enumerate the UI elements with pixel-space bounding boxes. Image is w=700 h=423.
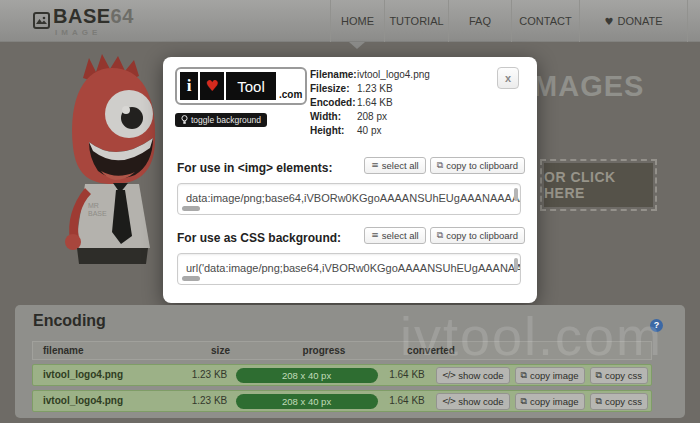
encoded-image-preview: i ♥ Tool .com — [175, 67, 307, 105]
detail-label: Encoded: — [310, 96, 357, 110]
nav-item-donate[interactable]: ♥DONATE — [579, 0, 688, 42]
top-nav-bar: BASE64 IMAGE HOME TUTORIAL FAQ CONTACT ♥… — [0, 0, 700, 42]
col-size: size — [193, 342, 248, 359]
preview-logo-heart-icon: ♥ — [200, 72, 224, 100]
detail-label: Height: — [310, 124, 357, 138]
mascot-hand — [65, 234, 81, 250]
copy-to-clipboard-button[interactable]: ⧉copy to clipboard — [430, 227, 525, 244]
image-logo-icon — [33, 12, 50, 29]
detail-value: 40 px — [357, 124, 381, 138]
encoding-panel: Encoding ? filename size progress conver… — [15, 305, 685, 418]
copy-icon: ⧉ — [596, 394, 602, 409]
preview-logo-i: i — [180, 72, 198, 100]
encoded-image-modal: i ♥ Tool .com toggle background Filename… — [163, 57, 537, 303]
css-base64-value[interactable]: url('data:image/png;base64,iVBORw0KGgoAA… — [178, 254, 520, 274]
copy-to-clipboard-button[interactable]: ⧉copy to clipboard — [430, 157, 525, 174]
table-row: ivtool_logo4.png 1.23 KB 208 x 40 px 1.6… — [32, 390, 652, 412]
table-header: filename size progress converted — [32, 341, 652, 360]
code-icon: </> — [442, 394, 455, 409]
table-row: ivtool_logo4.png 1.23 KB 208 x 40 px 1.6… — [32, 364, 652, 386]
select-all-button[interactable]: ≡select all — [364, 227, 426, 244]
copy-icon: ⧉ — [437, 158, 443, 173]
col-filename: filename — [33, 342, 193, 359]
css-base64-field[interactable]: url('data:image/png;base64,iVBORw0KGgoAA… — [177, 253, 521, 285]
logo-subtitle: IMAGE — [55, 28, 101, 37]
or-click-here-button[interactable]: OR CLICK HERE — [540, 159, 657, 211]
progress-bar: 208 x 40 px — [236, 368, 378, 383]
copy-icon: ⧉ — [596, 368, 602, 383]
page-heading: IMAGES — [524, 70, 644, 103]
select-all-icon: ≡ — [371, 158, 379, 173]
detail-value: ivtool_logo4.png — [357, 68, 430, 82]
horizontal-scrollbar[interactable] — [182, 276, 200, 281]
logo-title-accent: 64 — [111, 5, 134, 27]
toggle-background-button[interactable]: toggle background — [175, 113, 267, 127]
nav-item-contact[interactable]: CONTACT — [511, 0, 579, 42]
logo-title-main: BASE — [53, 5, 111, 27]
row-size: 1.23 KB — [184, 391, 236, 411]
row-converted: 1.64 KB — [378, 391, 436, 411]
progress-bar: 208 x 40 px — [236, 394, 378, 409]
row-size: 1.23 KB — [184, 365, 236, 385]
vertical-scrollbar[interactable] — [514, 188, 518, 201]
copy-css-button[interactable]: ⧉copy css — [590, 367, 648, 384]
code-icon: </> — [442, 368, 455, 383]
active-nav-caret — [349, 42, 365, 49]
img-base64-value[interactable]: data:image/png;base64,iVBORw0KGgoAAAANSU… — [178, 184, 520, 204]
copy-icon: ⧉ — [521, 394, 527, 409]
img-base64-field[interactable]: data:image/png;base64,iVBORw0KGgoAAAANSU… — [177, 183, 521, 215]
col-actions — [462, 342, 651, 359]
img-section-label: For use in <img> elements: — [177, 161, 332, 175]
detail-value: 1.64 KB — [357, 96, 393, 110]
lightbulb-icon — [181, 115, 188, 125]
row-converted: 1.64 KB — [378, 365, 436, 385]
detail-value: 208 px — [357, 110, 387, 124]
detail-value: 1.23 KB — [357, 82, 393, 96]
copy-image-button[interactable]: ⧉copy image — [515, 393, 585, 410]
modal-close-button[interactable]: x — [497, 67, 519, 89]
preview-logo-tool: Tool — [226, 72, 276, 100]
encoding-title: Encoding — [33, 312, 106, 330]
detail-label: Filesize: — [310, 82, 357, 96]
detail-label: Filename: — [310, 68, 357, 82]
donate-label: DONATE — [617, 15, 662, 27]
nav-item-faq[interactable]: FAQ — [448, 0, 511, 42]
close-icon: x — [505, 72, 511, 84]
nav-menu: HOME TUTORIAL FAQ CONTACT ♥DONATE — [330, 0, 688, 42]
horizontal-scrollbar[interactable] — [182, 206, 200, 211]
row-filename: ivtool_logo4.png — [33, 391, 184, 411]
detail-label: Width: — [310, 110, 357, 124]
mascot-eye-glint — [122, 106, 130, 114]
mascot-pants — [77, 248, 148, 264]
encoding-table: filename size progress converted ivtool_… — [32, 341, 652, 412]
copy-image-button[interactable]: ⧉copy image — [515, 367, 585, 384]
toggle-background-label: toggle background — [191, 113, 261, 127]
heart-icon: ♥ — [605, 16, 614, 27]
nav-item-home[interactable]: HOME — [330, 0, 384, 42]
show-code-button[interactable]: </>show code — [436, 367, 510, 384]
row-filename: ivtool_logo4.png — [33, 365, 184, 385]
question-mark-icon: ? — [654, 320, 660, 330]
image-details: Filename:ivtool_logo4.png Filesize:1.23 … — [310, 68, 430, 138]
img-section-buttons: ≡select all ⧉copy to clipboard — [364, 157, 525, 174]
mr-base-mascot: MR BASE — [55, 52, 167, 268]
copy-icon: ⧉ — [437, 228, 443, 243]
col-converted: converted — [400, 342, 462, 359]
col-progress: progress — [248, 342, 400, 359]
select-all-button[interactable]: ≡select all — [364, 157, 426, 174]
copy-css-button[interactable]: ⧉copy css — [590, 393, 648, 410]
help-button[interactable]: ? — [650, 319, 663, 332]
or-click-here-label: OR CLICK HERE — [544, 169, 653, 201]
css-section-buttons: ≡select all ⧉copy to clipboard — [364, 227, 525, 244]
show-code-button[interactable]: </>show code — [436, 393, 510, 410]
select-all-icon: ≡ — [371, 228, 379, 243]
preview-logo-com: .com — [278, 89, 302, 100]
nav-item-tutorial[interactable]: TUTORIAL — [384, 0, 448, 42]
vertical-scrollbar[interactable] — [514, 258, 518, 271]
svg-text:BASE: BASE — [88, 210, 107, 217]
site-logo[interactable]: BASE64 — [53, 5, 134, 28]
svg-text:MR: MR — [88, 202, 99, 209]
copy-icon: ⧉ — [521, 368, 527, 383]
css-section-label: For use as CSS background: — [177, 231, 341, 245]
